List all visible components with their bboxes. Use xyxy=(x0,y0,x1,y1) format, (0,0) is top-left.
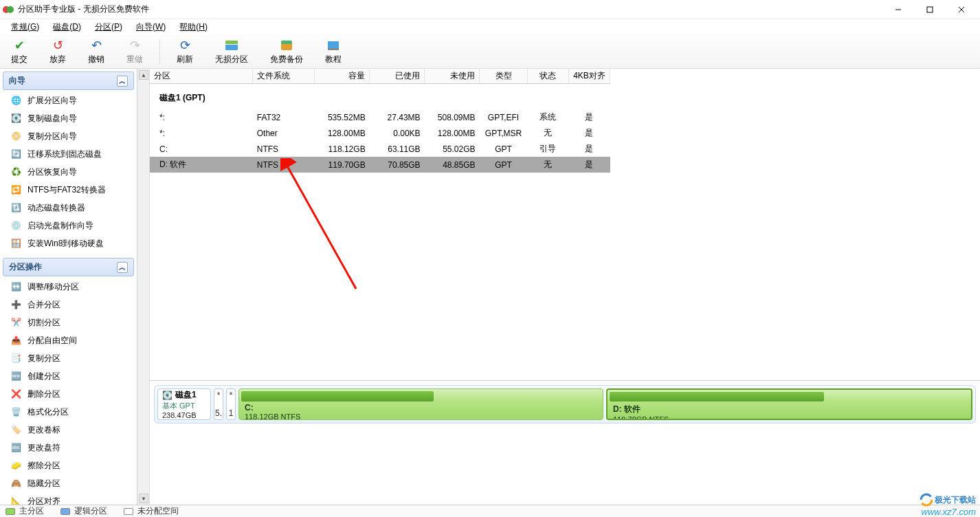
wizard-item[interactable]: ♻️分区恢复向导 xyxy=(3,163,134,181)
ops-item-label: 隐藏分区 xyxy=(27,478,60,490)
wizard-icon: 🌐 xyxy=(10,94,22,107)
disk-info-box[interactable]: 💽磁盘1 基本 GPT 238.47GB xyxy=(157,388,211,420)
ops-icon: 🏷️ xyxy=(10,424,22,436)
ops-item[interactable]: ↔️调整/移动分区 xyxy=(3,278,134,296)
wizard-item-label: 动态磁盘转换器 xyxy=(27,202,85,214)
ops-item[interactable]: ➕合并分区 xyxy=(3,296,134,314)
apply-button[interactable]: ✔提交 xyxy=(5,36,33,67)
svg-rect-9 xyxy=(281,41,292,44)
wizard-item[interactable]: 💽复制磁盘向导 xyxy=(3,109,134,127)
wizard-item-label: NTFS与FAT32转换器 xyxy=(27,184,106,196)
ops-item[interactable]: 🙈隐藏分区 xyxy=(3,474,134,492)
col-used[interactable]: 已使用 xyxy=(370,69,425,84)
small-partition-1[interactable]: *5. xyxy=(214,388,223,420)
undo-button[interactable]: ↶撤销 xyxy=(82,36,110,67)
col-partition[interactable]: 分区 xyxy=(150,69,253,84)
partition-table[interactable]: 分区 文件系统 容量 已使用 未使用 类型 状态 4KB对齐 磁盘1 (GPT)… xyxy=(150,69,610,173)
content-area: 分区 文件系统 容量 已使用 未使用 类型 状态 4KB对齐 磁盘1 (GPT)… xyxy=(150,69,980,505)
ops-item[interactable]: 📐分区对齐 xyxy=(3,492,134,505)
lossless-icon xyxy=(223,37,240,54)
backup-button[interactable]: 免费备份 xyxy=(265,36,309,67)
wizard-item-label: 启动光盘制作向导 xyxy=(27,220,93,232)
sidebar-scrollbar[interactable]: ▲ ▼ xyxy=(137,69,150,505)
close-button[interactable] xyxy=(946,0,977,19)
ops-item[interactable]: 🧽擦除分区 xyxy=(3,456,134,474)
scroll-down-icon[interactable]: ▼ xyxy=(139,494,148,503)
tutorial-button[interactable]: 教程 xyxy=(320,36,347,67)
wizard-icon: 📀 xyxy=(10,130,22,142)
wizard-item[interactable]: 📀复制分区向导 xyxy=(3,127,134,145)
wizard-panel-header[interactable]: 向导 ︽ xyxy=(3,72,134,90)
wizard-item[interactable]: 🪟安装Win8到移动硬盘 xyxy=(3,234,134,252)
discard-button[interactable]: ↺放弃 xyxy=(44,36,71,67)
col-filesystem[interactable]: 文件系统 xyxy=(253,69,315,84)
wizard-icon: 💿 xyxy=(10,219,22,232)
col-type[interactable]: 类型 xyxy=(480,69,528,84)
col-unused[interactable]: 未使用 xyxy=(425,69,480,84)
table-row[interactable]: *:Other128.00MB0.00KB128.00MBGPT,MSR无是 xyxy=(150,125,610,141)
small-partition-2[interactable]: *1 xyxy=(226,388,236,420)
ops-item[interactable]: 🔤更改盘符 xyxy=(3,439,134,456)
svg-rect-11 xyxy=(328,48,339,50)
ops-item[interactable]: 📤分配自由空间 xyxy=(3,331,134,349)
table-row[interactable]: D: 软件NTFS119.70GB70.85GB48.85GBGPT无是 xyxy=(150,157,610,173)
lossless-button[interactable]: 无损分区 xyxy=(210,36,254,67)
ops-icon: 🧽 xyxy=(10,459,22,472)
wizard-icon: 🔁 xyxy=(10,184,22,196)
ops-item[interactable]: ✂️切割分区 xyxy=(3,314,134,331)
wizard-item[interactable]: 🌐扩展分区向导 xyxy=(3,91,134,109)
wizard-icon: 🪟 xyxy=(10,237,22,250)
col-capacity[interactable]: 容量 xyxy=(315,69,370,84)
ops-item-label: 调整/移动分区 xyxy=(27,281,79,293)
minimize-button[interactable] xyxy=(882,0,914,19)
annotation-arrow xyxy=(280,158,370,296)
check-icon: ✔ xyxy=(11,37,27,54)
ops-panel-title: 分区操作 xyxy=(9,261,42,273)
menubar: 常规(G) 磁盘(D) 分区(P) 向导(W) 帮助(H) xyxy=(0,19,980,34)
menu-general[interactable]: 常规(G) xyxy=(4,20,46,34)
refresh-button[interactable]: ⟳刷新 xyxy=(171,36,199,67)
ops-item-label: 更改盘符 xyxy=(27,442,60,454)
col-status[interactable]: 状态 xyxy=(528,69,569,84)
ops-item[interactable]: 🏷️更改卷标 xyxy=(3,421,134,439)
ops-item-label: 合并分区 xyxy=(27,299,60,311)
partition-d-box[interactable]: D: 软件 119.70GB NTFS xyxy=(606,388,972,420)
disk-map[interactable]: 💽磁盘1 基本 GPT 238.47GB *5. *1 C: 118.12GB … xyxy=(154,385,976,424)
wizard-item-label: 复制分区向导 xyxy=(27,131,77,142)
maximize-button[interactable] xyxy=(914,0,946,19)
legend-logical: 逻辑分区 xyxy=(60,505,107,517)
wizard-item[interactable]: 🔁NTFS与FAT32转换器 xyxy=(3,181,134,199)
wizard-item[interactable]: 💿启动光盘制作向导 xyxy=(3,217,134,234)
ops-item[interactable]: 🆕创建分区 xyxy=(3,367,134,385)
ops-icon: ↔️ xyxy=(10,280,22,293)
ops-panel-header[interactable]: 分区操作 ︽ xyxy=(3,258,134,276)
partition-c-box[interactable]: C: 118.12GB NTFS xyxy=(238,388,603,420)
app-icon xyxy=(3,4,14,15)
statusbar: 主分区 逻辑分区 未分配空间 xyxy=(0,505,980,517)
wizard-item-label: 分区恢复向导 xyxy=(27,166,77,178)
disk-header-row[interactable]: 磁盘1 (GPT) xyxy=(150,84,610,110)
table-row[interactable]: *:FAT32535.52MB27.43MB508.09MBGPT,EFI系统是 xyxy=(150,109,610,125)
menu-help[interactable]: 帮助(H) xyxy=(172,20,214,34)
ops-item[interactable]: ❌删除分区 xyxy=(3,385,134,403)
refresh-icon: ⟳ xyxy=(177,37,193,54)
wizard-item[interactable]: 🔄迁移系统到固态磁盘 xyxy=(3,145,134,163)
ops-item[interactable]: 🗑️格式化分区 xyxy=(3,403,134,421)
ops-item[interactable]: 📑复制分区 xyxy=(3,349,134,367)
scroll-up-icon[interactable]: ▲ xyxy=(139,70,148,80)
ops-icon: 📐 xyxy=(10,495,22,505)
tutorial-icon xyxy=(325,37,342,54)
ops-item-label: 复制分区 xyxy=(27,353,60,364)
collapse-icon[interactable]: ︽ xyxy=(117,76,128,87)
col-align[interactable]: 4KB对齐 xyxy=(568,69,610,84)
ops-icon: 🆕 xyxy=(10,370,22,382)
table-row[interactable]: C:NTFS118.12GB63.11GB55.02GBGPT引导是 xyxy=(150,141,610,157)
collapse-icon[interactable]: ︽ xyxy=(117,262,128,273)
ops-icon: 📤 xyxy=(10,334,22,346)
wizard-item[interactable]: 🔃动态磁盘转换器 xyxy=(3,199,134,217)
redo-button[interactable]: ↷重做 xyxy=(121,36,148,67)
menu-wizard[interactable]: 向导(W) xyxy=(129,20,172,34)
ops-item-label: 创建分区 xyxy=(27,371,60,382)
menu-disk[interactable]: 磁盘(D) xyxy=(46,20,88,34)
menu-partition[interactable]: 分区(P) xyxy=(88,20,129,34)
